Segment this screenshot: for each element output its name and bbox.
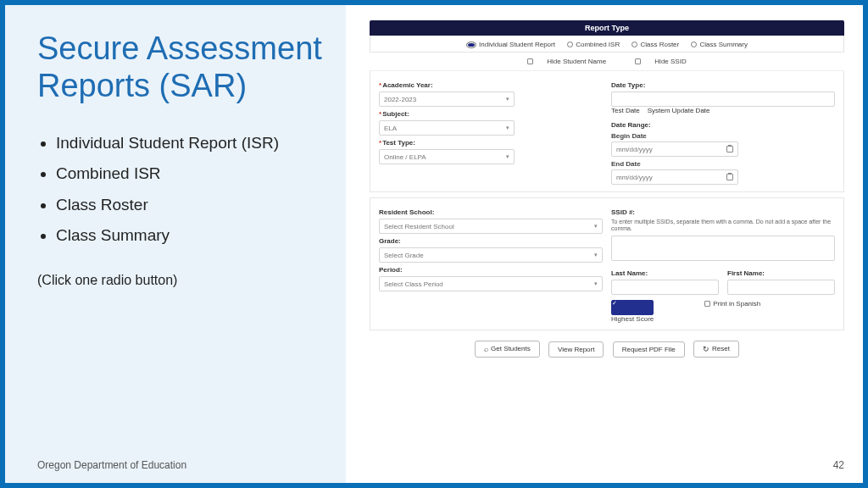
reset-button[interactable]: Reset: [693, 341, 739, 358]
radio-combined-isr[interactable]: Combined ISR: [567, 41, 620, 48]
resident-school-label: Resident School:: [379, 208, 603, 216]
search-icon: [484, 345, 488, 353]
academic-year-label: *Academic Year:: [379, 81, 603, 89]
report-form: Report Type Individual Student Report Co…: [370, 20, 844, 363]
form-screenshot-panel: Report Type Individual Student Report Co…: [346, 5, 863, 483]
chevron-down-icon: ▾: [594, 223, 598, 230]
criteria-right-col: Date Type: Test Date System Update Date …: [611, 78, 835, 185]
criteria-section-1: *Academic Year: 2022-2023▾ *Subject: ELA…: [370, 71, 844, 192]
bullet-list: Individual Student Report (ISR) Combined…: [37, 128, 322, 250]
begin-date-label: Begin Date: [611, 132, 835, 140]
checkbox-icon: [635, 58, 641, 64]
chevron-down-icon: ▾: [594, 280, 598, 287]
checkbox-icon: [704, 301, 710, 307]
date-type-label: Date Type:: [611, 81, 835, 89]
ssid-col: SSID #: To enter multiple SSIDs, separat…: [611, 205, 835, 323]
radio-dot-icon: [567, 42, 573, 47]
last-name-input[interactable]: [611, 280, 719, 295]
get-students-button[interactable]: Get Students: [475, 341, 540, 358]
date-type-radio-row: Test Date System Update Date: [611, 92, 835, 114]
slide-title: Secure Assessment Reports (SAR): [37, 30, 322, 104]
radio-class-roster[interactable]: Class Roster: [632, 41, 679, 48]
last-name-label: Last Name:: [611, 269, 719, 277]
ssid-textarea[interactable]: [611, 236, 835, 261]
chevron-down-icon: ▾: [506, 125, 509, 131]
calendar-icon: [726, 146, 733, 152]
hide-options-row: Hide Student Name Hide SSID: [370, 53, 844, 71]
begin-date-input[interactable]: mm/dd/yyyy: [611, 141, 738, 157]
checkbox-icon: [611, 300, 654, 315]
date-range-label: Date Range:: [611, 121, 835, 129]
period-select[interactable]: Select Class Period▾: [379, 276, 603, 291]
slide-note: (Click one radio button): [37, 273, 322, 288]
radio-dot-icon: [611, 92, 835, 107]
first-name-input[interactable]: [727, 280, 835, 295]
view-report-button[interactable]: View Report: [548, 341, 604, 358]
footer-page-number: 42: [833, 459, 844, 471]
output-options-row: Highest Score Print in Spanish: [611, 295, 835, 323]
chevron-down-icon: ▾: [506, 96, 509, 103]
radio-system-update-date[interactable]: System Update Date: [648, 107, 710, 114]
calendar-icon: [726, 174, 733, 180]
reset-icon: [703, 345, 709, 353]
highest-score-checkbox[interactable]: Highest Score: [611, 300, 654, 323]
criteria-left-col: *Academic Year: 2022-2023▾ *Subject: ELA…: [379, 78, 603, 185]
grade-label: Grade:: [379, 237, 603, 245]
bullet-item: Class Summary: [56, 220, 322, 251]
report-type-header: Report Type: [370, 20, 844, 36]
academic-year-select[interactable]: 2022-2023▾: [379, 92, 515, 107]
bullet-item: Individual Student Report (ISR): [56, 128, 322, 158]
radio-dot-icon: [632, 42, 637, 47]
radio-dot-icon: [466, 42, 476, 48]
criteria-section-2: Resident School: Select Resident School▾…: [370, 197, 844, 330]
chevron-down-icon: ▾: [506, 153, 509, 160]
radio-dot-icon: [691, 42, 697, 47]
report-type-radio-row: Individual Student Report Combined ISR C…: [370, 36, 844, 53]
subject-select[interactable]: ELA▾: [379, 120, 515, 136]
hide-ssid-checkbox[interactable]: Hide SSID: [628, 58, 693, 65]
slide-text-panel: Secure Assessment Reports (SAR) Individu…: [5, 5, 346, 483]
end-date-input[interactable]: mm/dd/yyyy: [611, 169, 738, 185]
request-pdf-button[interactable]: Request PDF File: [613, 341, 685, 358]
resident-school-select[interactable]: Select Resident School▾: [379, 219, 603, 234]
action-button-row: Get Students View Report Request PDF Fil…: [370, 330, 844, 363]
print-in-spanish-checkbox[interactable]: Print in Spanish: [704, 300, 760, 323]
end-date-label: End Date: [611, 160, 835, 168]
footer-org: Oregon Department of Education: [37, 459, 186, 471]
chevron-down-icon: ▾: [594, 252, 598, 258]
radio-class-summary[interactable]: Class Summary: [691, 41, 747, 48]
bullet-item: Class Roster: [56, 190, 322, 220]
period-label: Period:: [379, 266, 603, 274]
radio-test-date[interactable]: Test Date: [611, 92, 835, 114]
radio-individual-student-report[interactable]: Individual Student Report: [466, 41, 555, 48]
subject-label: *Subject:: [379, 110, 603, 118]
test-type-select[interactable]: Online / ELPA▾: [379, 149, 515, 164]
ssid-label: SSID #:: [611, 208, 835, 216]
first-name-label: First Name:: [727, 269, 835, 277]
test-type-label: *Test Type:: [379, 139, 603, 147]
ssid-help-text: To enter multiple SSIDs, separate them w…: [611, 219, 835, 233]
hide-student-name-checkbox[interactable]: Hide Student Name: [520, 58, 613, 65]
bullet-item: Combined ISR: [56, 158, 322, 189]
grade-select[interactable]: Select Grade▾: [379, 247, 603, 263]
school-col: Resident School: Select Resident School▾…: [379, 205, 603, 323]
checkbox-icon: [527, 58, 533, 64]
